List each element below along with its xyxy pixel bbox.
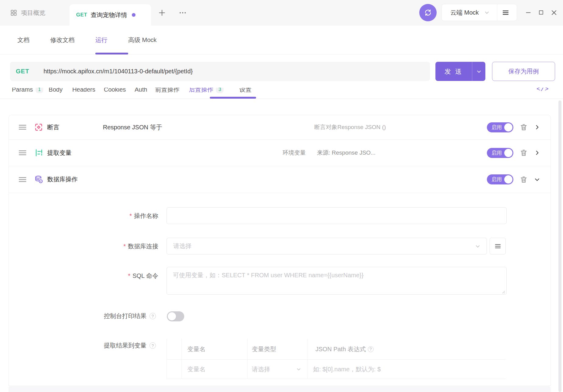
trash-icon [520,149,528,157]
step-title: 数据库操作 [47,175,78,184]
step-assertion-row[interactable]: 断言 Response JSON 等于 断言对象Response JSON ()… [9,115,551,140]
sidebar-item-project-overview[interactable]: 项目概览 [10,0,45,26]
toggle-knob [504,175,512,184]
delete-button[interactable] [520,149,528,157]
help-icon[interactable]: ? [368,346,374,352]
minimize-icon [525,9,532,16]
operation-name-input[interactable] [167,207,507,224]
extract-scope-meta: 环境变量 [283,149,306,157]
project-overview-label: 项目概览 [21,9,45,17]
subtab-pre-operations[interactable]: 前置操作 [155,88,179,94]
trash-icon [520,123,528,131]
database-icon [34,175,43,184]
select-placeholder: 请选择 [173,242,474,250]
tab-title: 查询宠物详情 [90,11,127,19]
close-icon [551,9,558,16]
required-asterisk: * [128,272,130,279]
sql-command-label: *SQL 命令 [9,271,158,280]
environment-selector[interactable]: 云端 Mock [442,4,517,21]
row-drag-cell[interactable] [167,360,182,379]
send-dropdown-button[interactable] [472,62,485,81]
drag-handle-icon[interactable] [18,176,27,183]
sync-button[interactable] [419,4,437,21]
request-url-text[interactable]: https://mock.apifox.cn/m1/1040113-0-defa… [44,68,193,75]
subtab-post-operations[interactable]: 后置操作 3 [189,88,223,94]
step-extract-row[interactable]: 提取变量 环境变量 来源: Response JSO... 启用 [9,140,551,166]
tab-docs[interactable]: 文档 [17,36,30,44]
table-header-row: 变量名 变量类型 JSON Path 表达式 ? [167,339,506,359]
ellipsis-icon [178,9,187,17]
tab-advanced-mock[interactable]: 高级 Mock [128,36,157,44]
more-tabs-button[interactable] [178,0,187,26]
help-icon[interactable]: ? [150,313,156,319]
window-close-button[interactable] [550,9,558,16]
delete-button[interactable] [520,176,528,184]
active-tab-underline [95,53,128,54]
request-url-bar[interactable]: GET https://mock.apifox.cn/m1/1040113-0-… [10,62,430,81]
environment-menu-button[interactable] [502,9,509,16]
toggle-knob [504,149,512,157]
assertion-target-meta: 断言对象Response JSON () [314,123,386,131]
delete-button[interactable] [520,123,528,131]
subtab-body[interactable]: Body [49,88,63,94]
tab-run[interactable]: 运行 [95,36,107,44]
chevron-down-icon [476,68,482,75]
subtab-auth[interactable]: Auth [135,88,147,94]
required-asterisk: * [123,243,126,250]
console-print-toggle[interactable] [167,311,184,321]
subtab-cookies[interactable]: Cookies [104,88,126,94]
extract-source-meta: 来源: Response JSO... [317,149,375,157]
chevron-down-icon [484,9,490,16]
unsaved-dot-icon [132,13,135,17]
tab-edit-docs[interactable]: 修改文档 [50,36,75,44]
variable-type-select[interactable]: 请选择 [248,365,307,373]
enable-toggle[interactable]: 启用 [487,148,513,158]
table-row: 请选择 [167,359,506,379]
save-as-case-label: 保存为用例 [508,67,539,75]
apifox-window: 项目概览 GET 查询宠物详情 云端 Mock [0,0,563,392]
vertical-scrollbar[interactable] [558,100,561,392]
send-button[interactable]: 发 送 [435,62,485,81]
plus-icon [158,9,166,17]
drag-handle-icon[interactable] [18,124,27,131]
window-maximize-button[interactable] [537,9,545,16]
sql-command-textarea[interactable] [167,267,507,295]
maximize-icon [538,9,544,16]
subtab-settings[interactable]: 设置 [239,88,252,94]
request-subtabs: Params 1 Body Headers Cookies Auth 前置操作 … [0,88,563,99]
required-asterisk: * [129,212,132,219]
db-connection-select[interactable]: 请选择 [167,238,487,254]
assertion-summary: Response JSON 等于 [103,123,162,131]
subtab-params[interactable]: Params 1 [12,88,43,94]
help-icon[interactable]: ? [150,342,156,349]
enable-toggle[interactable]: 启用 [487,122,513,132]
chevron-down-icon [296,366,302,372]
chevron-down-icon [474,243,481,250]
post-operations-panel: 断言 Response JSON 等于 断言对象Response JSON ()… [9,115,551,386]
variable-name-input[interactable] [182,366,247,373]
expand-button[interactable] [534,150,540,156]
drag-handle-icon[interactable] [18,149,27,156]
expand-button[interactable] [534,124,540,130]
operation-name-label: *操作名称 [9,212,158,220]
enable-toggle[interactable]: 启用 [487,174,513,184]
json-path-cell [308,360,506,379]
code-view-icon[interactable]: </> [537,88,549,93]
extract-result-table: 变量名 变量类型 JSON Path 表达式 ? 请选择 [167,339,506,379]
subtab-headers[interactable]: Headers [72,88,95,94]
json-path-input[interactable] [308,366,506,373]
step-database-row[interactable]: 数据库操作 启用 [9,166,551,193]
collapse-button[interactable] [534,177,540,183]
new-tab-button[interactable] [158,0,166,26]
manage-connections-button[interactable] [490,238,506,254]
next-section-edge [9,387,551,392]
window-minimize-button[interactable] [524,9,532,16]
active-subtab-underline [210,97,256,99]
chevron-down-icon [534,177,540,183]
variable-type-cell: 请选择 [248,360,308,379]
environment-label: 云端 Mock [450,9,479,17]
save-as-case-button[interactable]: 保存为用例 [492,62,555,81]
extract-result-label: 提取结果到变量 ? [9,341,156,350]
active-request-tab[interactable]: GET 查询宠物详情 [69,4,151,26]
console-print-label: 控制台打印结果 ? [9,312,156,320]
